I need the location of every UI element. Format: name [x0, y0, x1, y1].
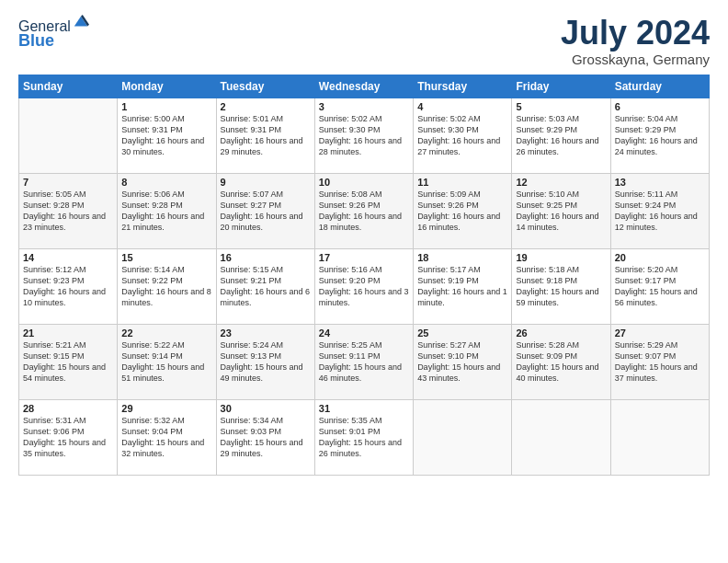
day-number: 25: [417, 327, 507, 339]
page: General Blue July 2024 Grosskayna, Germa…: [0, 0, 728, 563]
day-number: 18: [417, 252, 507, 263]
day-info: Sunrise: 5:20 AMSunset: 9:17 PMDaylight:…: [615, 264, 705, 309]
day-cell: 10Sunrise: 5:08 AMSunset: 9:26 PMDayligh…: [314, 173, 413, 248]
day-number: 22: [121, 327, 211, 339]
day-info: Sunrise: 5:31 AMSunset: 9:06 PMDaylight:…: [23, 415, 113, 460]
day-number: 28: [23, 403, 113, 414]
day-info: Sunrise: 5:27 AMSunset: 9:10 PMDaylight:…: [417, 339, 507, 385]
day-number: 23: [221, 327, 311, 339]
day-cell: 4Sunrise: 5:02 AMSunset: 9:30 PMDaylight…: [414, 98, 512, 173]
day-number: 8: [121, 177, 211, 188]
day-info: Sunrise: 5:24 AMSunset: 9:13 PMDaylight:…: [221, 339, 311, 385]
day-cell: 3Sunrise: 5:02 AMSunset: 9:30 PMDaylight…: [314, 98, 413, 173]
day-info: Sunrise: 5:08 AMSunset: 9:26 PMDaylight:…: [319, 189, 409, 234]
day-info: Sunrise: 5:07 AMSunset: 9:27 PMDaylight:…: [221, 189, 311, 234]
day-info: Sunrise: 5:05 AMSunset: 9:28 PMDaylight:…: [23, 189, 113, 234]
header-row: SundayMondayTuesdayWednesdayThursdayFrid…: [19, 75, 710, 98]
day-number: 6: [615, 101, 705, 112]
logo-icon: [73, 14, 89, 30]
day-number: 4: [417, 101, 507, 112]
day-info: Sunrise: 5:32 AMSunset: 9:04 PMDaylight:…: [121, 415, 211, 460]
day-cell: 5Sunrise: 5:03 AMSunset: 9:29 PMDaylight…: [512, 98, 610, 173]
day-info: Sunrise: 5:28 AMSunset: 9:09 PMDaylight:…: [516, 339, 606, 385]
day-info: Sunrise: 5:03 AMSunset: 9:29 PMDaylight:…: [516, 113, 606, 158]
day-cell: 12Sunrise: 5:10 AMSunset: 9:25 PMDayligh…: [512, 173, 610, 248]
main-title: July 2024: [561, 15, 710, 52]
day-header-sunday: Sunday: [19, 75, 118, 98]
day-cell: 11Sunrise: 5:09 AMSunset: 9:26 PMDayligh…: [414, 173, 512, 248]
week-row-4: 21Sunrise: 5:21 AMSunset: 9:15 PMDayligh…: [19, 324, 710, 399]
day-info: Sunrise: 5:35 AMSunset: 9:01 PMDaylight:…: [319, 415, 409, 460]
day-info: Sunrise: 5:25 AMSunset: 9:11 PMDaylight:…: [319, 339, 409, 385]
calendar-table: SundayMondayTuesdayWednesdayThursdayFrid…: [18, 75, 710, 476]
day-number: 31: [319, 403, 409, 414]
day-info: Sunrise: 5:15 AMSunset: 9:21 PMDaylight:…: [221, 264, 311, 309]
day-number: 29: [121, 403, 211, 414]
day-number: 7: [23, 177, 113, 188]
day-cell: 28Sunrise: 5:31 AMSunset: 9:06 PMDayligh…: [19, 399, 118, 475]
day-info: Sunrise: 5:10 AMSunset: 9:25 PMDaylight:…: [516, 189, 606, 234]
day-number: 17: [319, 252, 409, 263]
day-cell: 25Sunrise: 5:27 AMSunset: 9:10 PMDayligh…: [414, 324, 512, 399]
day-info: Sunrise: 5:16 AMSunset: 9:20 PMDaylight:…: [319, 264, 409, 309]
day-header-tuesday: Tuesday: [216, 75, 314, 98]
logo: General Blue: [18, 18, 89, 51]
day-cell: 18Sunrise: 5:17 AMSunset: 9:19 PMDayligh…: [414, 248, 512, 324]
day-cell: 20Sunrise: 5:20 AMSunset: 9:17 PMDayligh…: [610, 248, 709, 324]
day-cell: 9Sunrise: 5:07 AMSunset: 9:27 PMDaylight…: [216, 173, 314, 248]
day-info: Sunrise: 5:12 AMSunset: 9:23 PMDaylight:…: [23, 264, 113, 309]
day-number: 30: [221, 403, 311, 414]
day-number: 24: [319, 327, 409, 339]
day-cell: 2Sunrise: 5:01 AMSunset: 9:31 PMDaylight…: [216, 98, 314, 173]
day-cell: 30Sunrise: 5:34 AMSunset: 9:03 PMDayligh…: [216, 399, 314, 475]
day-info: Sunrise: 5:14 AMSunset: 9:22 PMDaylight:…: [121, 264, 211, 309]
day-cell: 14Sunrise: 5:12 AMSunset: 9:23 PMDayligh…: [19, 248, 118, 324]
day-cell: [610, 399, 709, 475]
title-block: July 2024 Grosskayna, Germany: [561, 15, 710, 67]
day-cell: 21Sunrise: 5:21 AMSunset: 9:15 PMDayligh…: [19, 324, 118, 399]
day-number: 27: [615, 327, 705, 339]
day-number: 14: [23, 252, 113, 263]
day-cell: 23Sunrise: 5:24 AMSunset: 9:13 PMDayligh…: [216, 324, 314, 399]
day-number: 13: [615, 177, 705, 188]
day-number: 20: [615, 252, 705, 263]
day-cell: 29Sunrise: 5:32 AMSunset: 9:04 PMDayligh…: [118, 399, 216, 475]
day-info: Sunrise: 5:06 AMSunset: 9:28 PMDaylight:…: [121, 189, 211, 234]
day-info: Sunrise: 5:01 AMSunset: 9:31 PMDaylight:…: [221, 113, 311, 158]
week-row-1: 1Sunrise: 5:00 AMSunset: 9:31 PMDaylight…: [19, 98, 710, 173]
day-cell: [512, 399, 610, 475]
day-header-wednesday: Wednesday: [314, 75, 413, 98]
day-info: Sunrise: 5:02 AMSunset: 9:30 PMDaylight:…: [417, 113, 507, 158]
day-header-monday: Monday: [118, 75, 216, 98]
day-cell: 13Sunrise: 5:11 AMSunset: 9:24 PMDayligh…: [610, 173, 709, 248]
day-cell: 7Sunrise: 5:05 AMSunset: 9:28 PMDaylight…: [19, 173, 118, 248]
day-cell: 27Sunrise: 5:29 AMSunset: 9:07 PMDayligh…: [610, 324, 709, 399]
day-number: 5: [516, 101, 606, 112]
day-number: 26: [516, 327, 606, 339]
day-header-thursday: Thursday: [414, 75, 512, 98]
day-number: 1: [121, 101, 211, 112]
day-cell: [19, 98, 118, 173]
subtitle: Grosskayna, Germany: [561, 52, 710, 67]
header: General Blue July 2024 Grosskayna, Germa…: [18, 15, 710, 67]
day-header-saturday: Saturday: [610, 75, 709, 98]
day-number: 12: [516, 177, 606, 188]
day-info: Sunrise: 5:17 AMSunset: 9:19 PMDaylight:…: [417, 264, 507, 309]
day-number: 16: [221, 252, 311, 263]
day-number: 3: [319, 101, 409, 112]
week-row-2: 7Sunrise: 5:05 AMSunset: 9:28 PMDaylight…: [19, 173, 710, 248]
week-row-5: 28Sunrise: 5:31 AMSunset: 9:06 PMDayligh…: [19, 399, 710, 475]
day-info: Sunrise: 5:29 AMSunset: 9:07 PMDaylight:…: [615, 339, 705, 385]
week-row-3: 14Sunrise: 5:12 AMSunset: 9:23 PMDayligh…: [19, 248, 710, 324]
logo-blue-text: Blue: [18, 31, 89, 51]
day-cell: 26Sunrise: 5:28 AMSunset: 9:09 PMDayligh…: [512, 324, 610, 399]
day-cell: 17Sunrise: 5:16 AMSunset: 9:20 PMDayligh…: [314, 248, 413, 324]
day-info: Sunrise: 5:34 AMSunset: 9:03 PMDaylight:…: [221, 415, 311, 460]
day-cell: 1Sunrise: 5:00 AMSunset: 9:31 PMDaylight…: [118, 98, 216, 173]
day-number: 10: [319, 177, 409, 188]
day-number: 21: [23, 327, 113, 339]
day-number: 9: [221, 177, 311, 188]
day-number: 2: [221, 101, 311, 112]
day-info: Sunrise: 5:04 AMSunset: 9:29 PMDaylight:…: [615, 113, 705, 158]
day-header-friday: Friday: [512, 75, 610, 98]
